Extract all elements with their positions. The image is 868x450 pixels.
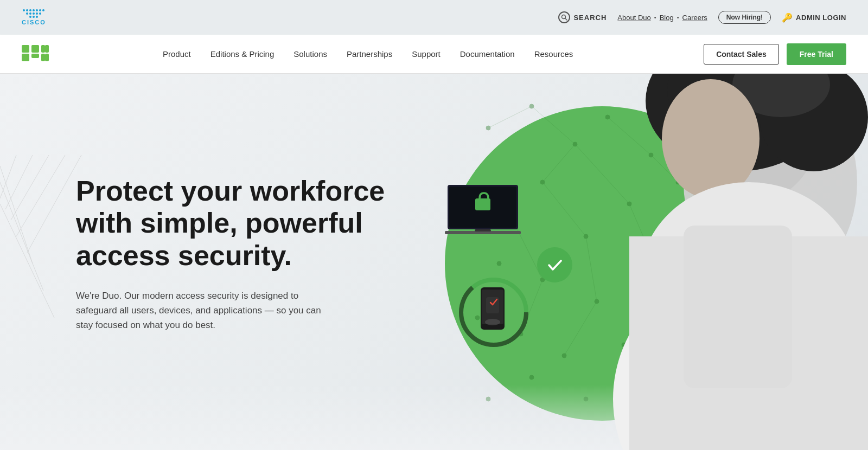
nav-solutions[interactable]: Solutions: [293, 49, 327, 59]
cisco-bar: [36, 9, 38, 11]
hero-content: Protect your workforce with simple, powe…: [76, 175, 412, 333]
nav-actions: Contact Sales Free Trial: [704, 43, 846, 65]
cisco-bar: [39, 9, 41, 11]
cisco-bar: [39, 12, 41, 15]
svg-rect-8: [45, 45, 49, 53]
dot-separator: •: [677, 14, 679, 21]
free-trial-button[interactable]: Free Trial: [787, 43, 846, 65]
laptop-icon-container: [445, 182, 524, 244]
nav-documentation[interactable]: Documentation: [460, 49, 515, 59]
svg-line-25: [0, 204, 54, 318]
svg-rect-7: [41, 54, 45, 61]
cisco-bar: [29, 12, 31, 15]
svg-rect-5: [31, 54, 39, 58]
svg-rect-2: [22, 45, 29, 53]
top-bar-left: CISCO: [22, 9, 46, 25]
topnav-blog[interactable]: Blog: [660, 14, 674, 22]
admin-login[interactable]: 🔑 ADMIN LOGIN: [782, 12, 846, 23]
svg-line-23: [0, 166, 33, 263]
search-icon: [558, 11, 570, 23]
top-bar: CISCO SEARCH About Duo • Blog • Careers …: [0, 0, 868, 35]
nav-partnerships[interactable]: Partnerships: [347, 49, 392, 59]
svg-point-87: [485, 319, 500, 325]
hero-subtext: We're Duo. Our modern access security is…: [76, 288, 336, 333]
main-nav-links: Product Editions & Pricing Solutions Par…: [163, 49, 704, 59]
cisco-bar: [26, 12, 28, 15]
svg-rect-3: [22, 54, 29, 61]
nav-support[interactable]: Support: [412, 49, 441, 59]
cisco-bar: [36, 12, 38, 15]
hero-headline: Protect your workforce with simple, powe…: [76, 175, 412, 272]
key-icon: 🔑: [782, 12, 793, 23]
cisco-logo-bars: [23, 9, 44, 18]
search-label: SEARCH: [573, 14, 607, 22]
svg-line-21: [16, 155, 65, 236]
svg-rect-99: [684, 226, 792, 388]
cisco-bar: [29, 9, 31, 11]
admin-login-text: ADMIN LOGIN: [796, 14, 846, 22]
check-badge: [537, 247, 572, 282]
nav-resources[interactable]: Resources: [534, 49, 573, 59]
top-nav-links: About Duo • Blog • Careers: [617, 14, 707, 22]
topnav-careers[interactable]: Careers: [682, 14, 707, 22]
hiring-badge[interactable]: Now Hiring!: [718, 11, 771, 24]
cisco-logo[interactable]: CISCO: [22, 9, 46, 25]
cisco-logo-text: CISCO: [22, 19, 46, 25]
cisco-bar: [33, 12, 35, 15]
svg-rect-4: [31, 45, 39, 53]
svg-rect-81: [475, 229, 491, 232]
svg-rect-79: [475, 198, 490, 210]
svg-line-18: [0, 155, 16, 198]
main-nav: Product Editions & Pricing Solutions Par…: [0, 35, 868, 74]
cisco-bar: [36, 16, 38, 18]
nav-product[interactable]: Product: [163, 49, 191, 59]
svg-line-19: [5, 155, 33, 209]
hero-person-image: [521, 74, 868, 450]
laptop-icon: [445, 182, 524, 242]
phone-icon: [456, 274, 532, 350]
svg-point-94: [662, 79, 760, 198]
cisco-bar: [23, 9, 25, 11]
hero-section: Protect your workforce with simple, powe…: [0, 74, 868, 450]
svg-line-1: [565, 18, 567, 21]
contact-sales-button[interactable]: Contact Sales: [704, 44, 779, 65]
svg-rect-9: [45, 54, 49, 61]
svg-line-20: [11, 155, 49, 220]
nav-editions-pricing[interactable]: Editions & Pricing: [210, 49, 275, 59]
phone-icon-container: [456, 274, 532, 352]
svg-rect-6: [41, 45, 45, 53]
dot-separator: •: [654, 14, 656, 21]
cisco-bar: [33, 9, 35, 11]
cisco-bar: [42, 9, 44, 11]
top-bar-right: SEARCH About Duo • Blog • Careers Now Hi…: [558, 11, 846, 24]
search-area[interactable]: SEARCH: [558, 11, 607, 23]
person-silhouette: [521, 74, 868, 450]
svg-point-43: [497, 261, 501, 266]
cisco-bar: [33, 16, 35, 18]
cisco-bar: [29, 16, 31, 18]
duo-logo[interactable]: [22, 42, 65, 66]
svg-line-24: [0, 182, 43, 291]
cisco-bar: [26, 9, 28, 11]
topnav-about-duo[interactable]: About Duo: [617, 14, 650, 22]
checkmark-icon: [545, 255, 565, 275]
svg-line-22: [27, 155, 81, 253]
